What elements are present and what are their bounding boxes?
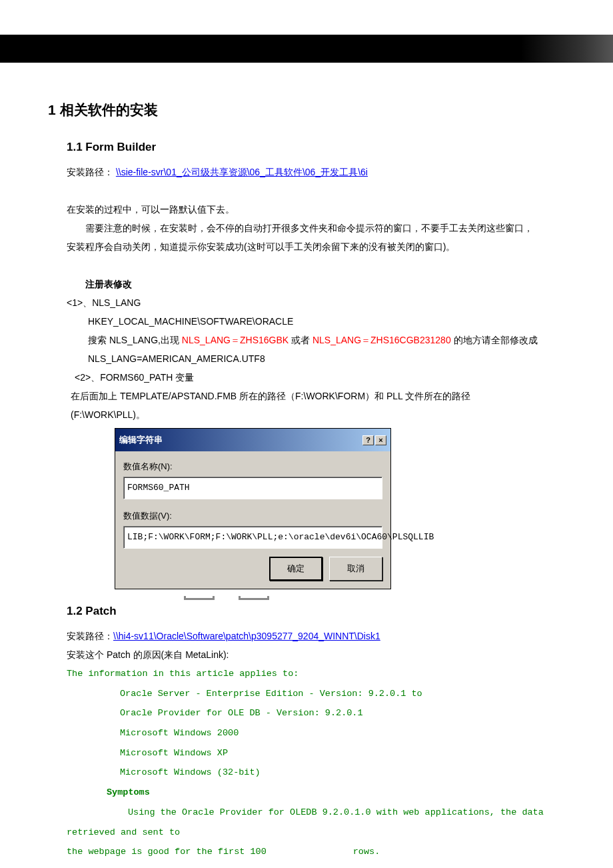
edit-string-dialog: 编辑字符串 ? × 数值名称(N): FORMS60_PATH 数值数据(V):… [115, 428, 391, 589]
text: 或者 [289, 335, 312, 345]
header-bar [0, 35, 613, 63]
symptom-line: After the First 100 rows, th data is dis… [120, 862, 565, 868]
paragraph-2a: 需要注意的时候，在安装时，会不停的自动打开很多文件夹和命令提示符的窗口，不要手工… [67, 219, 565, 237]
reg-item-2: <2>、FORMS60_PATH 变量 [75, 368, 565, 387]
document-body: 1 相关软件的安装 1.1 Form Builder 安装路径： \\sie-f… [0, 63, 613, 868]
install-path-row: 安装路径： \\sie-file-svr\01_公司级共享资源\06_工具软件\… [67, 163, 565, 181]
heading-1-2: 1.2 Patch [67, 600, 565, 623]
value-name-input[interactable]: FORMS60_PATH [123, 477, 382, 499]
info-line: Microsoft Windows (32-bit) [120, 763, 565, 783]
nls-lang-value-2: NLS_LANG＝ZHS16CGB231280 [312, 335, 451, 345]
symptom-line: Using the Oracle Provider for OLEDB 9.2.… [67, 803, 565, 842]
text: the webpage is good for the first 100 [67, 847, 267, 857]
paragraph-1: 在安装的过程中，可以一路默认值下去。 [67, 200, 565, 219]
symptom-line: the webpage is good for the first 100row… [67, 842, 565, 862]
dialog-titlebar: 编辑字符串 ? × [115, 429, 390, 451]
close-icon[interactable]: × [375, 435, 386, 445]
value-data-input[interactable]: LIB;F:\WORK\FORM;F:\WORK\PLL;e:\oracle\d… [123, 526, 382, 549]
metalink-block: The information in this article applies … [67, 664, 565, 868]
value-name-label: 数值名称(N): [123, 458, 382, 475]
patch-path-row: 安装路径：\\hi4-sv11\Oracle\Software\patch\p3… [67, 627, 565, 645]
heading-1: 1 相关软件的安装 [48, 96, 565, 124]
symptoms-header: Symptoms [107, 783, 565, 803]
reg-item-2a: 在后面加上 TEMPLATE/APSTAND.FMB 所在的路径（F:\WORK… [71, 387, 565, 405]
info-line: Microsoft Windows 2000 [120, 723, 565, 743]
info-line: Oracle Server - Enterprise Edition - Ver… [120, 684, 565, 704]
text: 的地方请全部修改成 [451, 335, 538, 345]
info-header: The information in this article applies … [67, 664, 565, 684]
value-data-label: 数值数据(V): [123, 507, 382, 525]
help-icon[interactable]: ? [362, 435, 374, 445]
dialog-body: 数值名称(N): FORMS60_PATH 数值数据(V): LIB;F:\WO… [115, 451, 390, 557]
text: 搜索 NLS_LANG,出现 [88, 335, 182, 345]
info-line: Microsoft Windows XP [120, 743, 565, 763]
paragraph-2b: 安装程序会自动关闭，知道提示你安装成功(这时可以手工关闭余留下来的没有被关闭的窗… [67, 237, 565, 256]
nls-lang-value-1: NLS_LANG＝ZHS16GBK [182, 335, 289, 345]
heading-1-1: 1.1 Form Builder [67, 136, 565, 159]
patch-path-label: 安装路径： [67, 631, 113, 641]
reg-item-1: <1>、NLS_LANG [67, 293, 565, 312]
reg-item-2b: (F:\WORK\PLL)。 [71, 405, 565, 424]
dialog-title-text: 编辑字符串 [119, 431, 163, 449]
ok-button[interactable]: 确定 [269, 557, 322, 581]
text: rows. [353, 847, 380, 857]
cancel-button[interactable]: 取消 [329, 557, 382, 581]
reg-item-1a: HKEY_LOCAL_MACHINE\SOFTWARE\ORACLE [88, 312, 565, 331]
text: Using the Oracle Provider for OLEDB 9.2.… [67, 807, 544, 837]
install-path-label: 安装路径： [67, 167, 113, 177]
reg-item-1b: 搜索 NLS_LANG,出现 NLS_LANG＝ZHS16GBK 或者 NLS_… [88, 331, 565, 349]
patch-path-link[interactable]: \\hi4-sv11\Oracle\Software\patch\p309527… [113, 631, 380, 641]
registry-title: 注册表修改 [67, 275, 565, 293]
dialog-footer: 确定 取消 [115, 557, 390, 589]
install-path-link[interactable]: \\sie-file-svr\01_公司级共享资源\06_工具软件\06_开发工… [116, 167, 368, 177]
info-line: Oracle Provider for OLE DB - Version: 9.… [120, 703, 565, 723]
patch-reason: 安装这个 Patch 的原因(来自 MetaLink): [67, 645, 565, 664]
reg-item-1c: NLS_LANG=AMERICAN_AMERICA.UTF8 [88, 349, 565, 368]
